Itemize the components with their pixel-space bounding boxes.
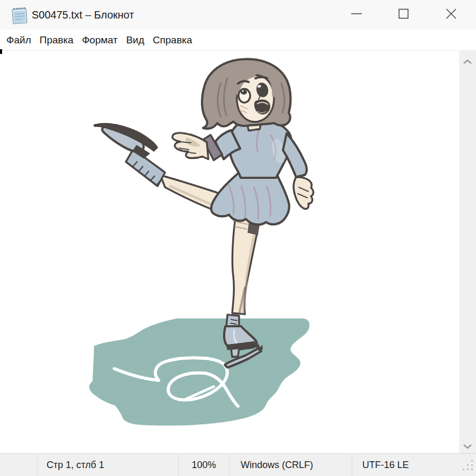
notepad-icon: [11, 6, 29, 27]
maximize-button[interactable]: [386, 0, 421, 30]
close-button[interactable]: [434, 0, 469, 30]
window-title: S00475.txt – Блокнот: [32, 0, 134, 30]
status-line-ending: Windows (CRLF): [229, 454, 352, 476]
status-cursor-position: Стр 1, стлб 1: [37, 454, 178, 476]
titlebar[interactable]: S00475.txt – Блокнот: [0, 0, 476, 30]
chevron-up-icon[interactable]: [463, 57, 472, 62]
close-icon: [445, 8, 457, 22]
menu-help[interactable]: Справка: [149, 34, 197, 46]
menu-edit[interactable]: Правка: [35, 34, 78, 46]
resize-grip-icon[interactable]: [461, 459, 475, 475]
clipart-figure-skater: [0, 51, 459, 453]
maximize-icon: [398, 8, 409, 22]
menu-view[interactable]: Вид: [122, 34, 148, 46]
menu-format[interactable]: Формат: [78, 34, 122, 46]
menu-file[interactable]: Файл: [2, 34, 35, 46]
minimize-icon: [351, 8, 362, 22]
minimize-button[interactable]: [339, 0, 374, 30]
chevron-down-icon[interactable]: [463, 442, 472, 447]
notepad-window: S00475.txt – Блокнот Файл Правка Формат …: [0, 0, 476, 476]
status-encoding: UTF-16 LE: [352, 454, 476, 476]
status-spacer: [0, 454, 37, 476]
menubar: Файл Правка Формат Вид Справка: [0, 30, 476, 51]
halftone-overlay: [85, 53, 323, 429]
status-zoom-level: 100%: [178, 454, 229, 476]
vertical-scrollbar[interactable]: [459, 51, 476, 453]
statusbar: Стр 1, стлб 1 100% Windows (CRLF) UTF-16…: [0, 453, 476, 476]
text-area[interactable]: [0, 51, 459, 453]
